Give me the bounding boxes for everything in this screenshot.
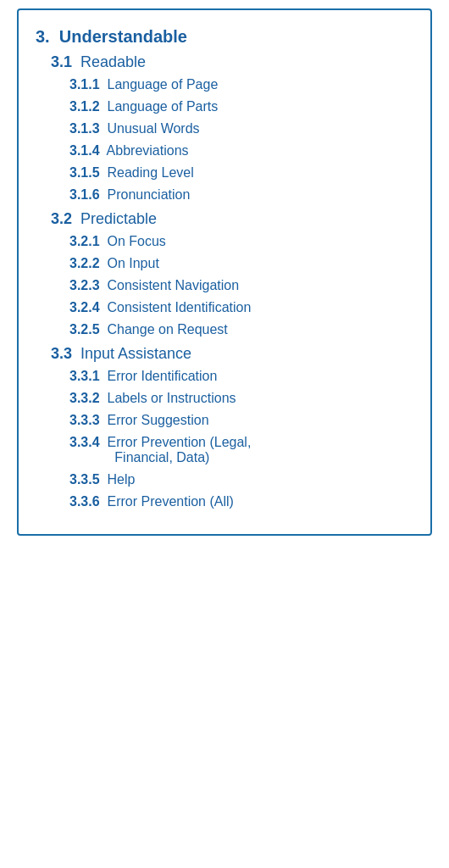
- item-3-1-4-label: 3.1.4 Abbreviations: [69, 141, 413, 161]
- section-3-header: 3. Understandable: [36, 27, 413, 47]
- item-3-2-4[interactable]: 3.2.4 Consistent Identification: [69, 298, 413, 318]
- item-3-1-2-num: 3.1.2: [69, 99, 100, 114]
- item-3-2-2-num: 3.2.2: [69, 256, 100, 270]
- item-3-1-3-num: 3.1.3: [69, 121, 100, 136]
- item-3-2-5-num: 3.2.5: [69, 322, 100, 337]
- item-3-2-4-label: 3.2.4 Consistent Identification: [69, 298, 413, 318]
- item-3-2-1-label: 3.2.1 On Focus: [69, 231, 413, 252]
- item-3-1-1-label: 3.1.1 Language of Page: [69, 75, 413, 95]
- item-3-3-6-num: 3.3.6: [69, 494, 100, 509]
- subsection-3-2-num: 3.2: [51, 210, 72, 227]
- subsection-3-2-group: 3.2 Predictable 3.2.1 On Focus 3.2.2 On …: [36, 210, 413, 340]
- item-3-1-6[interactable]: 3.1.6 Pronunciation: [69, 185, 413, 205]
- section-3-title-text: Understandable: [59, 27, 187, 46]
- item-3-2-3-label: 3.2.3 Consistent Navigation: [69, 275, 413, 296]
- item-3-3-1-num: 3.3.1: [69, 369, 100, 383]
- item-3-2-2-label: 3.2.2 On Input: [69, 253, 413, 274]
- item-3-2-1[interactable]: 3.2.1 On Focus: [69, 231, 413, 252]
- item-3-3-2[interactable]: 3.3.2 Labels or Instructions: [69, 388, 413, 409]
- subsection-3-3-group: 3.3 Input Assistance 3.3.1 Error Identif…: [36, 345, 413, 512]
- item-3-3-4-label: 3.3.4 Error Prevention (Legal, Financial…: [69, 432, 413, 468]
- item-3-3-5-label: 3.3.5 Help: [69, 470, 413, 490]
- item-3-2-4-num: 3.2.4: [69, 300, 100, 314]
- item-3-3-3-num: 3.3.3: [69, 413, 100, 427]
- subsection-3-1-num: 3.1: [51, 53, 72, 70]
- toc-container: 3. Understandable 3.1 Readable 3.1.1 Lan…: [17, 8, 432, 536]
- item-3-1-1[interactable]: 3.1.1 Language of Page: [69, 75, 413, 95]
- item-3-2-1-num: 3.2.1: [69, 234, 100, 248]
- section-3-num: 3.: [36, 27, 50, 46]
- subsection-3-1: 3.1 Readable: [51, 53, 413, 71]
- item-3-3-5[interactable]: 3.3.5 Help: [69, 470, 413, 490]
- item-3-1-4-num: 3.1.4: [69, 143, 100, 158]
- item-3-3-5-num: 3.3.5: [69, 472, 100, 487]
- item-3-1-4[interactable]: 3.1.4 Abbreviations: [69, 141, 413, 161]
- item-3-1-5[interactable]: 3.1.5 Reading Level: [69, 163, 413, 183]
- item-3-2-5-label: 3.2.5 Change on Request: [69, 320, 413, 340]
- item-3-1-3-label: 3.1.3 Unusual Words: [69, 119, 413, 139]
- item-3-3-1[interactable]: 3.3.1 Error Identification: [69, 366, 413, 387]
- item-3-1-3[interactable]: 3.1.3 Unusual Words: [69, 119, 413, 139]
- item-3-2-3[interactable]: 3.2.3 Consistent Navigation: [69, 275, 413, 296]
- item-3-1-5-num: 3.1.5: [69, 165, 100, 180]
- subsection-3-3-num: 3.3: [51, 345, 72, 362]
- subsection-3-2-label: 3.2 Predictable: [51, 210, 413, 228]
- item-3-1-2-label: 3.1.2 Language of Parts: [69, 97, 413, 117]
- item-3-2-2[interactable]: 3.2.2 On Input: [69, 253, 413, 274]
- item-3-3-2-label: 3.3.2 Labels or Instructions: [69, 388, 413, 409]
- item-3-3-3[interactable]: 3.3.3 Error Suggestion: [69, 410, 413, 431]
- item-3-2-3-num: 3.2.3: [69, 278, 100, 292]
- subsection-3-3: 3.3 Input Assistance: [51, 345, 413, 363]
- item-3-3-6[interactable]: 3.3.6 Error Prevention (All): [69, 492, 413, 512]
- item-3-1-6-num: 3.1.6: [69, 187, 100, 202]
- item-3-3-3-label: 3.3.3 Error Suggestion: [69, 410, 413, 431]
- item-3-3-1-label: 3.3.1 Error Identification: [69, 366, 413, 387]
- subsection-3-3-label: 3.3 Input Assistance: [51, 345, 413, 363]
- item-3-1-5-label: 3.1.5 Reading Level: [69, 163, 413, 183]
- item-3-3-2-num: 3.3.2: [69, 391, 100, 405]
- item-3-3-4-num: 3.3.4: [69, 435, 100, 449]
- item-3-1-1-num: 3.1.1: [69, 77, 100, 92]
- item-3-1-2[interactable]: 3.1.2 Language of Parts: [69, 97, 413, 117]
- section-3-title: 3. Understandable: [36, 27, 413, 47]
- subsection-3-1-group: 3.1 Readable 3.1.1 Language of Page 3.1.…: [36, 53, 413, 205]
- item-3-3-4[interactable]: 3.3.4 Error Prevention (Legal, Financial…: [69, 432, 413, 468]
- subsection-3-2: 3.2 Predictable: [51, 210, 413, 228]
- item-3-2-5[interactable]: 3.2.5 Change on Request: [69, 320, 413, 340]
- item-3-1-6-label: 3.1.6 Pronunciation: [69, 185, 413, 205]
- subsection-3-1-label: 3.1 Readable: [51, 53, 413, 71]
- item-3-3-6-label: 3.3.6 Error Prevention (All): [69, 492, 413, 512]
